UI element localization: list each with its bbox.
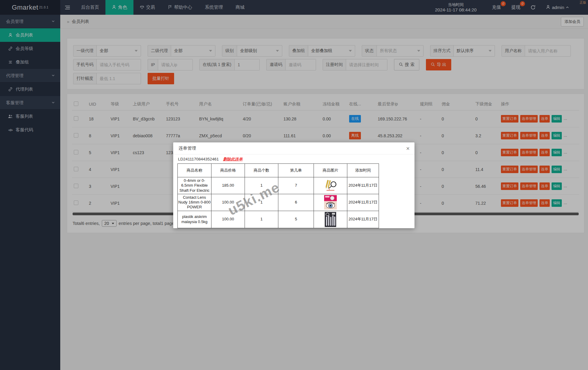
modal-header-商品名称: 商品名称 <box>178 164 211 177</box>
modal-product-row: Contact Lens Nudy 16mm 0-800 POWER100.00… <box>178 194 379 211</box>
order-line: LD2411170844352461删除此连单 <box>178 157 410 162</box>
cell-product-name: Contact Lens Nudy 16mm 0-800 POWER <box>178 194 211 211</box>
cell-product-name: 0-4mm or 0-6.5mm Flexible Shaft For Elec… <box>178 177 211 194</box>
cell-product-price: 100.00 <box>211 194 245 211</box>
close-icon[interactable]: × <box>406 145 410 151</box>
contact-lens-image <box>314 195 346 210</box>
modal-header-商品价格: 商品价格 <box>211 164 245 177</box>
pen-tool-image <box>314 179 346 191</box>
cell-order-sequence: 6 <box>278 194 314 211</box>
modal-header-商品图片: 商品图片 <box>314 164 347 177</box>
ice-cream-image <box>314 212 346 227</box>
cell-product-qty: 1 <box>245 194 278 211</box>
cell-product-image <box>314 211 347 228</box>
modal-header-商品个数: 商品个数 <box>245 164 278 177</box>
delete-chain-order-link[interactable]: 删除此连单 <box>223 157 242 161</box>
modal-product-row: plastik aiskrim malaysia 0.5kg100.001520… <box>178 211 379 228</box>
cell-product-qty: 1 <box>245 177 278 194</box>
cell-product-image <box>314 177 347 194</box>
modal-body: LD2411170844352461删除此连单 商品名称商品价格商品个数第几单商… <box>173 154 414 228</box>
cell-order-sequence: 7 <box>278 177 314 194</box>
modal-header-第几单: 第几单 <box>278 164 314 177</box>
cell-product-price: 100.00 <box>211 211 245 228</box>
cell-product-qty: 1 <box>245 211 278 228</box>
cell-product-image <box>314 194 347 211</box>
cell-product-price: 185.00 <box>211 177 245 194</box>
cell-add-date: 2024年11月17日 <box>347 211 379 228</box>
order-number: LD2411170844352461 <box>178 157 219 161</box>
modal-product-row: 0-4mm or 0-6.5mm Flexible Shaft For Elec… <box>178 177 379 194</box>
cell-add-date: 2024年11月17日 <box>347 177 379 194</box>
modal-header-添加时间: 添加时间 <box>347 164 379 177</box>
chain-order-table: 商品名称商品价格商品个数第几单商品图片添加时间 0-4mm or 0-6.5mm… <box>177 163 379 228</box>
cell-product-name: plastik aiskrim malaysia 0.5kg <box>178 211 211 228</box>
chain-order-modal: 连单管理 × LD2411170844352461删除此连单 商品名称商品价格商… <box>173 142 414 228</box>
modal-header: 连单管理 × <box>173 142 414 154</box>
cell-add-date: 2024年11月17日 <box>347 194 379 211</box>
cell-order-sequence: 5 <box>278 211 314 228</box>
modal-title: 连单管理 <box>179 145 196 151</box>
